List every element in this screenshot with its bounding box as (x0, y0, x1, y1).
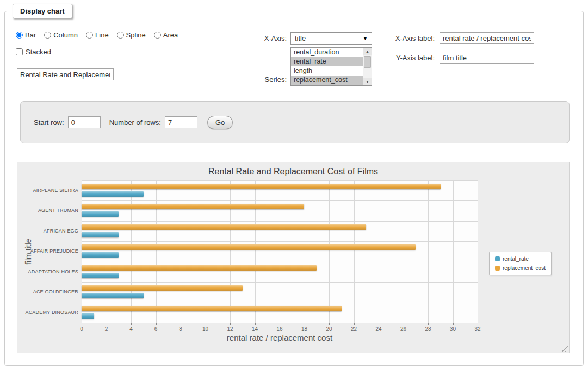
yaxis-caption-input[interactable] (440, 52, 534, 64)
x-gridline (354, 180, 355, 323)
series-option-length[interactable]: length (291, 66, 363, 76)
scroll-down-icon[interactable]: ▼ (363, 78, 372, 85)
legend-label: replacement_cost (503, 265, 546, 271)
x-tick-mark (156, 323, 157, 325)
x-tick-label: 6 (145, 326, 167, 332)
series-options: rental_duration rental_rate length repla… (291, 48, 363, 85)
xaxis-select-value: title (295, 34, 306, 42)
legend-item: replacement_cost (495, 265, 546, 271)
fieldset-legend: Display chart (13, 4, 72, 18)
series-listbox[interactable]: rental_duration rental_rate length repla… (290, 47, 372, 86)
start-row-label: Start row: (34, 118, 64, 127)
x-tick-mark (230, 323, 231, 325)
bar-rental_rate (82, 313, 94, 319)
x-tick-label: 22 (343, 326, 365, 332)
x-gridline (280, 180, 280, 323)
series-option-rental-duration[interactable]: rental_duration (291, 48, 363, 57)
chart-title-input[interactable] (17, 68, 114, 80)
series-option-replacement-cost[interactable]: replacement_cost (291, 76, 363, 85)
x-tick-label: 8 (170, 326, 191, 332)
x-tick-label: 12 (219, 326, 241, 332)
chart-type-bar-label: Bar (25, 31, 36, 39)
x-gridline (131, 180, 132, 323)
x-tick-mark (181, 323, 181, 325)
chart-type-area-label: Area (163, 31, 178, 39)
bar-rental_rate (82, 211, 119, 217)
bar-rental_rate (82, 293, 144, 298)
chart-title: Rental Rate and Replacement Cost of Film… (17, 167, 569, 177)
num-rows-input[interactable] (165, 116, 197, 128)
chart-resize-handle[interactable] (561, 345, 568, 352)
x-tick-mark (305, 323, 305, 325)
x-tick-label: 14 (244, 326, 266, 332)
series-option-rental-rate[interactable]: rental_rate (291, 57, 363, 66)
x-gridline (329, 180, 330, 323)
scroll-up-icon[interactable]: ▲ (363, 48, 372, 55)
x-tick-mark (131, 323, 132, 325)
legend-swatch-replacement_cost (495, 266, 500, 271)
chart-type-spline-radio[interactable] (117, 32, 124, 39)
x-tick-mark (428, 323, 429, 325)
x-tick-label: 2 (96, 326, 117, 332)
chart-type-column-label: Column (53, 31, 78, 39)
bar-replacement_cost (82, 184, 441, 189)
category-label: AFFAIR PREJUDICE (22, 241, 78, 261)
stacked-label: Stacked (26, 48, 51, 56)
category-label: AGENT TRUMAN (22, 200, 78, 221)
legend-item: rental_rate (495, 256, 546, 262)
stacked-option[interactable]: Stacked (16, 48, 51, 56)
chart-type-spline-label: Spline (126, 31, 146, 39)
x-tick-label: 26 (393, 326, 414, 332)
chart-type-area-radio[interactable] (154, 32, 161, 39)
chart-type-column-radio[interactable] (44, 32, 51, 39)
x-tick-label: 10 (195, 326, 216, 332)
x-gridline (230, 180, 231, 323)
x-gridline (107, 180, 107, 323)
bar-rental_rate (82, 191, 144, 197)
x-gridline (181, 180, 181, 323)
start-row-input[interactable] (68, 116, 101, 128)
x-tick-mark (478, 323, 478, 325)
chart-type-radio-group: Bar Column Line Spline Area (16, 31, 178, 39)
chart-type-line-label: Line (95, 31, 109, 39)
legend-swatch-rental_rate (495, 256, 500, 261)
xaxis-caption-label: X-Axis label: (373, 34, 435, 42)
x-tick-mark (329, 323, 330, 325)
x-tick-label: 0 (71, 326, 92, 332)
yaxis-caption-label: Y-Axis label: (373, 54, 435, 62)
bar-rental_rate (82, 252, 119, 258)
x-gridline (379, 180, 379, 323)
bar-replacement_cost (82, 265, 317, 271)
bar-rental_rate (82, 232, 119, 237)
stacked-checkbox[interactable] (16, 48, 23, 55)
legend-label: rental_rate (503, 256, 529, 262)
chart-legend: rental_ratereplacement_cost (489, 252, 552, 275)
bar-replacement_cost (82, 306, 342, 311)
plot-area (82, 180, 478, 323)
series-scrollbar[interactable]: ▲ ▼ (363, 48, 372, 85)
x-tick-label: 20 (318, 326, 340, 332)
series-list-label: Series: (250, 76, 287, 84)
go-button[interactable]: Go (207, 116, 233, 129)
x-gridline (156, 180, 157, 323)
display-chart-fieldset: Display chart Bar Column Line Spline Are… (4, 11, 584, 366)
xaxis-caption-input[interactable] (440, 32, 534, 44)
x-gridline (82, 180, 82, 323)
chart-type-column[interactable]: Column (44, 31, 78, 39)
chart-type-bar-radio[interactable] (16, 32, 23, 39)
x-tick-mark (206, 323, 206, 325)
chart-type-area[interactable]: Area (154, 31, 178, 39)
xaxis-select[interactable]: title ▼ (290, 32, 372, 45)
chart-type-line[interactable]: Line (86, 31, 109, 39)
x-tick-mark (107, 323, 107, 325)
scrollbar-thumb[interactable] (364, 56, 371, 68)
bar-rental_rate (82, 273, 119, 278)
category-label: ACE GOLDFINGER (22, 282, 78, 302)
category-label: AIRPLANE SIERRA (22, 180, 78, 200)
x-gridline (206, 180, 206, 323)
x-tick-label: 32 (467, 326, 488, 332)
chart-type-line-radio[interactable] (86, 32, 93, 39)
num-rows-label: Number of rows: (109, 118, 161, 127)
chart-type-spline[interactable]: Spline (117, 31, 146, 39)
chart-type-bar[interactable]: Bar (16, 31, 36, 39)
